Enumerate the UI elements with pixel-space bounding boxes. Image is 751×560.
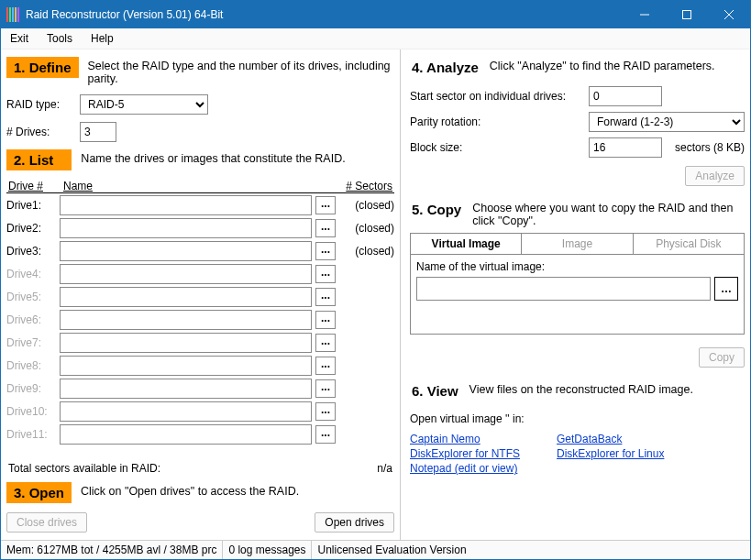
drive-label: Drive8: (6, 359, 56, 372)
link-notepad[interactable]: Notepad (edit or view) (410, 462, 520, 475)
browse-virtual-image-button[interactable]: … (714, 277, 738, 301)
drive-browse-button[interactable]: ... (315, 196, 336, 214)
parity-label: Parity rotation: (410, 115, 589, 128)
virtual-image-name-label: Name of the virtual image: (416, 260, 738, 273)
drive-name-input[interactable] (60, 195, 312, 215)
virtual-image-name-input[interactable] (416, 277, 711, 301)
step6-desc: View files on the reconstructed RAID ima… (469, 380, 693, 396)
drive-browse-button[interactable]: ... (315, 219, 336, 237)
drive-browse-button[interactable]: ... (315, 311, 336, 329)
tab-virtual-image[interactable]: Virtual Image (411, 234, 522, 254)
copy-tab-body: Name of the virtual image: … (410, 254, 745, 335)
copy-tabstrip: Virtual Image Image Physical Disk (410, 233, 745, 254)
analyze-button[interactable]: Analyze (685, 166, 745, 186)
menu-exit[interactable]: Exit (6, 30, 32, 47)
open-drives-button[interactable]: Open drives (315, 512, 394, 533)
parity-select[interactable]: Forward (1-2-3) (589, 112, 745, 132)
close-button[interactable] (708, 1, 750, 28)
drive-label: Drive11: (6, 428, 56, 441)
status-log: 0 log messages (223, 541, 312, 559)
step1-label: 1. Define (6, 57, 79, 78)
step3-desc: Click on "Open drives" to access the RAI… (81, 482, 299, 498)
step2-label: 2. List (6, 149, 72, 170)
drive-name-input[interactable] (60, 241, 312, 261)
drive-row: Drive1:...(closed) (6, 193, 394, 216)
drive-name-input[interactable] (60, 310, 312, 330)
total-sectors-value: n/a (377, 462, 392, 475)
link-captain-nemo[interactable]: Captain Nemo (410, 433, 520, 445)
drive-label: Drive5: (6, 291, 56, 303)
status-memory: Mem: 6127MB tot / 4255MB avl / 38MB prc (1, 541, 223, 559)
status-license: Unlicensed Evaluation Version (312, 541, 750, 559)
drive-browse-button[interactable]: ... (315, 402, 336, 421)
drive-name-input[interactable] (60, 287, 312, 307)
menu-tools[interactable]: Tools (43, 30, 76, 47)
close-drives-button[interactable]: Close drives (6, 512, 87, 533)
svg-rect-1 (683, 11, 691, 19)
tab-image[interactable]: Image (522, 234, 633, 254)
block-suffix: sectors (8 KB) (662, 141, 745, 154)
drive-row: Drive11:... (6, 423, 394, 445)
drive-row: Drive7:... (6, 331, 394, 354)
drive-row: Drive3:...(closed) (6, 239, 394, 262)
drive-browse-button[interactable]: ... (315, 242, 336, 260)
step4-desc: Click "Analyze" to find the RAID paramet… (490, 57, 715, 72)
step4-label: 4. Analyze (410, 57, 480, 78)
drive-browse-button[interactable]: ... (315, 357, 336, 375)
drive-name-input[interactable] (60, 424, 312, 445)
drive-browse-button[interactable]: ... (315, 265, 336, 283)
start-sector-input[interactable] (589, 86, 662, 106)
step5-desc: Choose where you want to copy the RAID a… (472, 199, 745, 227)
drive-label: Drive3: (6, 245, 56, 258)
drive-label: Drive1: (6, 199, 56, 212)
drive-row: Drive9:... (6, 377, 394, 400)
menu-help[interactable]: Help (87, 30, 117, 47)
col-drive: Drive # (8, 180, 63, 192)
drive-name-input[interactable] (60, 401, 312, 422)
drive-browse-button[interactable]: ... (315, 425, 336, 444)
open-in-label: Open virtual image '' in: (410, 412, 745, 425)
link-diskexplorer-ntfs[interactable]: DiskExplorer for NTFS (410, 447, 520, 460)
drive-name-input[interactable] (60, 356, 312, 376)
tab-physical-disk[interactable]: Physical Disk (634, 234, 744, 254)
drive-name-input[interactable] (60, 333, 312, 353)
status-bar: Mem: 6127MB tot / 4255MB avl / 38MB prc … (1, 540, 750, 559)
link-getdataback[interactable]: GetDataBack (557, 433, 664, 445)
step1-desc: Select the RAID type and the number of i… (88, 57, 394, 85)
drive-browse-button[interactable]: ... (315, 379, 336, 398)
drive-row: Drive5:... (6, 285, 394, 308)
drive-list-header: Drive # Name # Sectors (6, 180, 394, 193)
drive-browse-button[interactable]: ... (315, 288, 336, 306)
minimize-button[interactable] (624, 1, 666, 28)
drive-status: (closed) (339, 245, 394, 258)
drive-status: (closed) (339, 199, 394, 212)
block-input[interactable] (589, 137, 662, 158)
menu-bar: Exit Tools Help (1, 28, 750, 49)
col-name: Name (63, 180, 328, 192)
step3-label: 3. Open (6, 482, 72, 503)
num-drives-label: # Drives: (6, 126, 80, 138)
block-label: Block size: (410, 141, 589, 154)
raid-type-select[interactable]: RAID-5 (80, 94, 208, 115)
link-diskexplorer-linux[interactable]: DiskExplorer for Linux (557, 447, 664, 460)
drive-name-input[interactable] (60, 264, 312, 284)
drive-row: Drive8:... (6, 354, 394, 377)
drive-name-input[interactable] (60, 379, 312, 399)
drive-label: Drive9: (6, 382, 56, 395)
drive-row: Drive10:... (6, 400, 394, 423)
drive-row: Drive4:... (6, 262, 394, 285)
drive-browse-button[interactable]: ... (315, 334, 336, 352)
drive-label: Drive2: (6, 222, 56, 235)
drive-row: Drive2:...(closed) (6, 216, 394, 239)
drive-name-input[interactable] (60, 218, 312, 238)
copy-button[interactable]: Copy (699, 347, 745, 368)
drive-status: (closed) (339, 222, 394, 235)
maximize-button[interactable] (666, 1, 708, 28)
app-logo-icon (6, 7, 20, 22)
total-sectors-label: Total sectors available in RAID: (8, 462, 160, 475)
drive-label: Drive6: (6, 313, 56, 326)
drive-row: Drive6:... (6, 308, 394, 331)
start-sector-label: Start sector on individual drives: (410, 90, 589, 103)
num-drives-input[interactable] (80, 122, 116, 142)
col-sectors: # Sectors (328, 180, 392, 192)
